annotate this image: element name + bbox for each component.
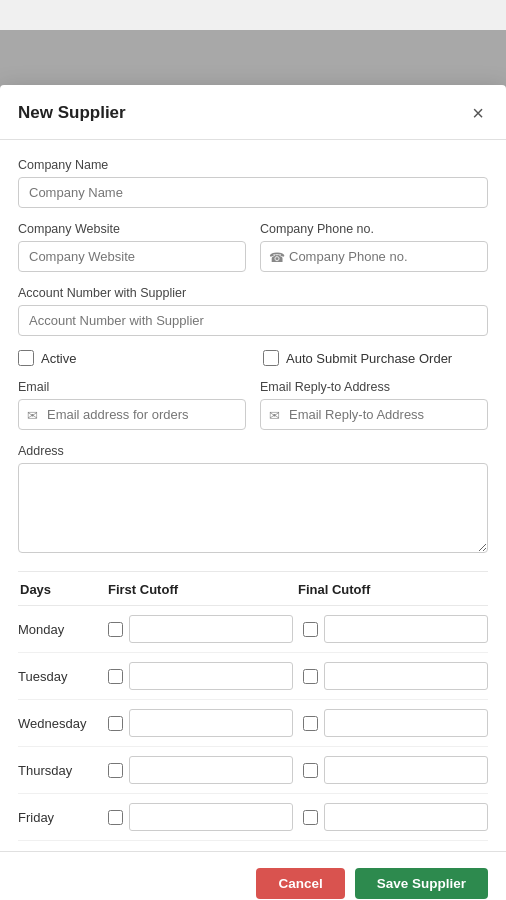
email-reply-input[interactable] <box>260 399 488 430</box>
final-cutoff-checkbox-1[interactable] <box>303 669 318 684</box>
final-cutoff-cell-0 <box>303 615 498 643</box>
final-cutoff-input-2[interactable] <box>324 709 488 737</box>
new-supplier-modal: New Supplier × Company Name Company Webs… <box>0 85 506 900</box>
address-label: Address <box>18 444 488 458</box>
company-name-input[interactable] <box>18 177 488 208</box>
modal-header: New Supplier × <box>0 85 506 140</box>
first-cutoff-cell-1 <box>108 662 303 690</box>
table-header: Days First Cutoff Final Cutoff <box>18 572 488 606</box>
table-row: Friday <box>18 794 488 841</box>
email-input-wrapper: ✉ <box>18 399 246 430</box>
active-label: Active <box>41 351 76 366</box>
company-phone-label: Company Phone no. <box>260 222 488 236</box>
col-final-cutoff-header: Final Cutoff <box>298 582 488 597</box>
account-number-label: Account Number with Supplier <box>18 286 488 300</box>
first-cutoff-input-4[interactable] <box>129 803 293 831</box>
company-website-group: Company Website <box>18 222 246 272</box>
auto-submit-checkbox-item: Auto Submit Purchase Order <box>263 350 488 366</box>
first-cutoff-checkbox-4[interactable] <box>108 810 123 825</box>
active-checkbox[interactable] <box>18 350 34 366</box>
final-cutoff-cell-2 <box>303 709 498 737</box>
first-cutoff-cell-3 <box>108 756 303 784</box>
account-number-group: Account Number with Supplier <box>18 286 488 336</box>
final-cutoff-cell-3 <box>303 756 498 784</box>
address-textarea[interactable] <box>18 463 488 553</box>
email-row: Email ✉ Email Reply-to Address ✉ <box>18 380 488 430</box>
day-label-1: Tuesday <box>18 669 108 684</box>
first-cutoff-input-0[interactable] <box>129 615 293 643</box>
col-first-cutoff-header: First Cutoff <box>108 582 298 597</box>
final-cutoff-cell-1 <box>303 662 498 690</box>
day-label-0: Monday <box>18 622 108 637</box>
company-phone-input-wrapper: ☎ <box>260 241 488 272</box>
final-cutoff-checkbox-0[interactable] <box>303 622 318 637</box>
final-cutoff-checkbox-3[interactable] <box>303 763 318 778</box>
modal-title: New Supplier <box>18 103 126 123</box>
col-days-header: Days <box>18 582 108 597</box>
first-cutoff-input-3[interactable] <box>129 756 293 784</box>
email-label: Email <box>18 380 246 394</box>
active-checkbox-item: Active <box>18 350 243 366</box>
final-cutoff-input-0[interactable] <box>324 615 488 643</box>
email-input[interactable] <box>18 399 246 430</box>
company-phone-group: Company Phone no. ☎ <box>260 222 488 272</box>
auto-submit-checkbox[interactable] <box>263 350 279 366</box>
first-cutoff-checkbox-1[interactable] <box>108 669 123 684</box>
save-supplier-button[interactable]: Save Supplier <box>355 868 488 899</box>
auto-submit-label: Auto Submit Purchase Order <box>286 351 452 366</box>
final-cutoff-input-1[interactable] <box>324 662 488 690</box>
email-reply-group: Email Reply-to Address ✉ <box>260 380 488 430</box>
company-name-group: Company Name <box>18 158 488 208</box>
final-cutoff-checkbox-2[interactable] <box>303 716 318 731</box>
phone-icon: ☎ <box>269 249 285 264</box>
day-label-2: Wednesday <box>18 716 108 731</box>
address-group: Address <box>18 444 488 557</box>
cutoff-table-body: Monday Tuesday Wednesday <box>18 606 488 841</box>
company-website-label: Company Website <box>18 222 246 236</box>
table-row: Tuesday <box>18 653 488 700</box>
final-cutoff-input-4[interactable] <box>324 803 488 831</box>
day-label-4: Friday <box>18 810 108 825</box>
first-cutoff-checkbox-3[interactable] <box>108 763 123 778</box>
first-cutoff-input-1[interactable] <box>129 662 293 690</box>
email-reply-input-wrapper: ✉ <box>260 399 488 430</box>
checkbox-row: Active Auto Submit Purchase Order <box>18 350 488 366</box>
email-reply-icon: ✉ <box>269 407 280 422</box>
final-cutoff-input-3[interactable] <box>324 756 488 784</box>
final-cutoff-checkbox-4[interactable] <box>303 810 318 825</box>
account-number-input[interactable] <box>18 305 488 336</box>
company-website-input[interactable] <box>18 241 246 272</box>
first-cutoff-cell-4 <box>108 803 303 831</box>
modal-footer: Cancel Save Supplier <box>0 851 506 900</box>
company-phone-input[interactable] <box>260 241 488 272</box>
first-cutoff-input-2[interactable] <box>129 709 293 737</box>
company-name-label: Company Name <box>18 158 488 172</box>
first-cutoff-checkbox-2[interactable] <box>108 716 123 731</box>
first-cutoff-checkbox-0[interactable] <box>108 622 123 637</box>
email-group: Email ✉ <box>18 380 246 430</box>
table-row: Wednesday <box>18 700 488 747</box>
email-reply-label: Email Reply-to Address <box>260 380 488 394</box>
cutoff-table-section: Days First Cutoff Final Cutoff Monday Tu… <box>18 571 488 841</box>
first-cutoff-cell-0 <box>108 615 303 643</box>
table-row: Thursday <box>18 747 488 794</box>
modal-body: Company Name Company Website Company Pho… <box>0 140 506 841</box>
website-phone-row: Company Website Company Phone no. ☎ <box>18 222 488 272</box>
cancel-button[interactable]: Cancel <box>256 868 344 899</box>
day-label-3: Thursday <box>18 763 108 778</box>
table-row: Monday <box>18 606 488 653</box>
close-button[interactable]: × <box>468 101 488 125</box>
final-cutoff-cell-4 <box>303 803 498 831</box>
first-cutoff-cell-2 <box>108 709 303 737</box>
email-icon: ✉ <box>27 407 38 422</box>
